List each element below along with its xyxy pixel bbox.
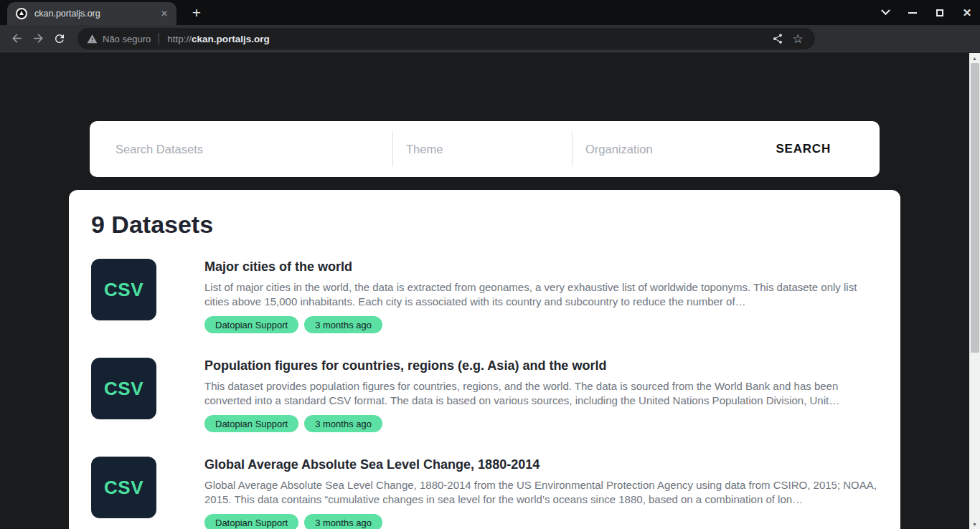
- badge[interactable]: Datopian Support: [204, 316, 298, 333]
- results-heading: 9 Datasets: [91, 210, 878, 239]
- dataset-list-item[interactable]: CSV Population figures for countries, re…: [91, 358, 878, 432]
- scrollbar-thumb[interactable]: [971, 63, 979, 353]
- security-label[interactable]: Não seguro: [103, 34, 151, 44]
- format-badge[interactable]: CSV: [91, 259, 156, 320]
- badge[interactable]: Datopian Support: [204, 415, 298, 432]
- dataset-search-field[interactable]: [90, 121, 392, 177]
- minimize-button[interactable]: [904, 4, 921, 22]
- restore-button[interactable]: [931, 4, 948, 22]
- browser-tab[interactable]: ckan.portaljs.org ✕: [7, 2, 176, 25]
- new-tab-button[interactable]: +: [187, 3, 207, 23]
- badge-row: Datopian Support3 months ago: [204, 316, 877, 333]
- browser-toolbar: Não seguro http://ckan.portaljs.org ☆ C: [0, 25, 980, 52]
- url-host: ckan.portaljs.org: [192, 34, 270, 44]
- site-favicon-icon: [16, 8, 27, 19]
- reload-button[interactable]: [49, 28, 70, 49]
- page-scrollbar[interactable]: ▲ ▼: [969, 53, 980, 529]
- dataset-title[interactable]: Global Average Absolute Sea Level Change…: [204, 457, 877, 473]
- window-close-button[interactable]: ✕: [958, 4, 976, 22]
- browser-window: ckan.portaljs.org ✕ + ✕ Não seguro http:…: [0, 0, 980, 529]
- scroll-down-arrow-icon[interactable]: ▼: [969, 519, 980, 529]
- search-button[interactable]: SEARCH: [776, 142, 831, 156]
- badge-row: Datopian Support3 months ago: [204, 514, 877, 529]
- url-separator: [159, 33, 159, 44]
- back-button[interactable]: [6, 28, 27, 49]
- dataset-description: List of major cities in the world, the d…: [204, 280, 877, 309]
- tab-close-icon[interactable]: ✕: [158, 7, 171, 20]
- forward-button[interactable]: [27, 28, 49, 49]
- scroll-up-arrow-icon[interactable]: ▲: [969, 53, 980, 63]
- badge[interactable]: 3 months ago: [304, 514, 382, 529]
- badge[interactable]: 3 months ago: [304, 316, 382, 333]
- search-card: SEARCH: [90, 121, 880, 177]
- badge[interactable]: Datopian Support: [204, 514, 298, 529]
- format-badge[interactable]: CSV: [91, 358, 156, 419]
- dataset-list-item[interactable]: CSV Global Average Absolute Sea Level Ch…: [91, 457, 878, 529]
- organization-input[interactable]: [585, 143, 738, 156]
- dataset-title[interactable]: Major cities of the world: [204, 259, 877, 275]
- badge[interactable]: 3 months ago: [304, 415, 382, 432]
- url-protocol: http://: [167, 34, 192, 44]
- page-content: SEARCH 9 Datasets CSV Major cities of th…: [0, 53, 980, 529]
- not-secure-warning-icon[interactable]: [87, 34, 98, 44]
- dataset-description: Global Average Absolute Sea Level Change…: [204, 478, 877, 507]
- dataset-content: Population figures for countries, region…: [204, 358, 877, 432]
- organization-field[interactable]: [573, 121, 738, 177]
- theme-input[interactable]: [406, 143, 572, 156]
- dataset-list-item[interactable]: CSV Major cities of the world List of ma…: [91, 259, 878, 333]
- dataset-content: Global Average Absolute Sea Level Change…: [204, 457, 877, 529]
- window-controls: ✕: [877, 0, 976, 25]
- address-bar[interactable]: Não seguro http://ckan.portaljs.org ☆: [77, 28, 815, 49]
- dataset-title[interactable]: Population figures for countries, region…: [204, 358, 877, 374]
- dataset-content: Major cities of the world List of major …: [204, 259, 877, 333]
- share-icon[interactable]: [768, 29, 788, 49]
- tab-strip: ckan.portaljs.org ✕ + ✕: [0, 0, 980, 25]
- format-badge[interactable]: CSV: [91, 457, 156, 518]
- url-text[interactable]: http://ckan.portaljs.org: [167, 34, 270, 44]
- dataset-search-input[interactable]: [116, 143, 392, 156]
- tab-title: ckan.portaljs.org: [34, 9, 158, 19]
- theme-field[interactable]: [393, 121, 572, 177]
- badge-row: Datopian Support3 months ago: [204, 415, 877, 432]
- results-panel: 9 Datasets CSV Major cities of the world…: [69, 190, 900, 529]
- tab-search-chevron-icon[interactable]: [877, 4, 894, 22]
- bookmark-star-icon[interactable]: ☆: [788, 29, 808, 49]
- dataset-description: This dataset provides population figures…: [204, 379, 877, 408]
- dataset-list: CSV Major cities of the world List of ma…: [91, 259, 878, 529]
